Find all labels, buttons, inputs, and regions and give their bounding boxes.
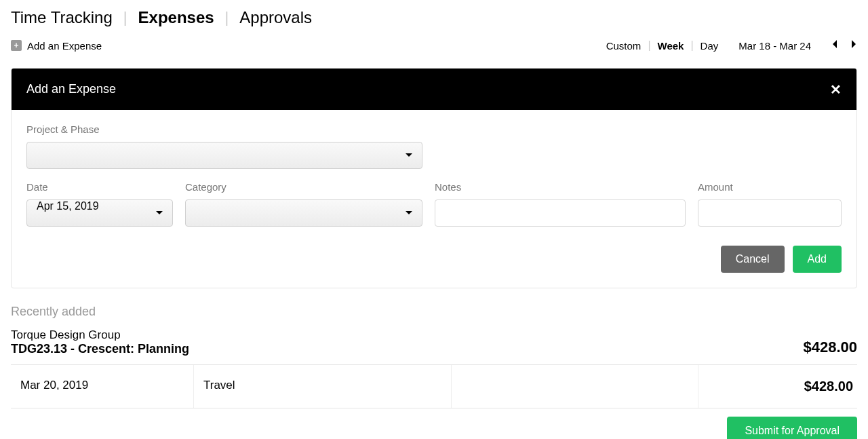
project-name: TDG23.13 - Crescent: Planning <box>11 342 189 356</box>
amount-label: Amount <box>698 181 842 193</box>
recent-group-header: Torque Design Group TDG23.13 - Crescent:… <box>11 328 857 365</box>
project-phase-label: Project & Phase <box>26 123 842 135</box>
nav-separator: | <box>123 9 127 26</box>
category-field: Category <box>185 181 422 227</box>
panel-header: Add an Expense ✕ <box>12 69 856 110</box>
amount-field: Amount <box>698 181 842 227</box>
submit-for-approval-button[interactable]: Submit for Approval <box>727 417 857 439</box>
add-expense-panel: Add an Expense ✕ Project & Phase Date Ap… <box>11 68 857 288</box>
row-category: Travel <box>194 365 452 408</box>
submit-row: Submit for Approval <box>11 417 857 439</box>
toolbar-right: Custom | Week | Day Mar 18 - Mar 24 <box>606 39 857 52</box>
next-arrow-icon[interactable] <box>850 39 857 52</box>
panel-actions: Cancel Add <box>26 246 842 273</box>
row-amount: $428.00 <box>698 365 857 408</box>
nav-separator: | <box>225 9 229 26</box>
close-icon[interactable]: ✕ <box>830 83 842 96</box>
date-field: Date Apr 15, 2019 <box>26 181 173 227</box>
project-phase-field: Project & Phase <box>26 123 842 169</box>
category-label: Category <box>185 181 422 193</box>
view-day[interactable]: Day <box>701 40 719 52</box>
table-row[interactable]: Mar 20, 2019 Travel $428.00 <box>11 365 857 408</box>
group-total: $428.00 <box>803 339 857 356</box>
row-spacer <box>452 365 698 408</box>
view-week[interactable]: Week <box>658 40 684 52</box>
amount-input[interactable] <box>698 199 842 227</box>
date-label: Date <box>26 181 173 193</box>
nav-approvals[interactable]: Approvals <box>239 8 312 27</box>
recent-section: Recently added Torque Design Group TDG23… <box>11 305 857 439</box>
project-phase-select[interactable] <box>26 142 422 169</box>
toolbar: + Add an Expense Custom | Week | Day Mar… <box>11 39 857 52</box>
add-expense-label: Add an Expense <box>27 40 102 52</box>
notes-input[interactable] <box>435 199 686 227</box>
notes-label: Notes <box>435 181 686 193</box>
nav-time-tracking[interactable]: Time Tracking <box>11 8 113 27</box>
view-custom[interactable]: Custom <box>606 40 642 52</box>
view-separator: | <box>648 39 650 52</box>
recent-group-info: Torque Design Group TDG23.13 - Crescent:… <box>11 328 189 356</box>
category-select[interactable] <box>185 199 422 227</box>
add-expense-button[interactable]: + Add an Expense <box>11 40 102 52</box>
module-nav: Time Tracking | Expenses | Approvals <box>11 8 857 27</box>
client-name: Torque Design Group <box>11 328 189 342</box>
date-select[interactable]: Apr 15, 2019 <box>26 199 173 227</box>
panel-title: Add an Expense <box>26 82 116 96</box>
notes-field: Notes <box>435 181 686 227</box>
details-row: Date Apr 15, 2019 Category No <box>26 181 842 227</box>
prev-arrow-icon[interactable] <box>831 39 838 52</box>
date-range[interactable]: Mar 18 - Mar 24 <box>738 40 811 52</box>
nav-expenses[interactable]: Expenses <box>138 8 214 27</box>
plus-icon: + <box>11 40 22 51</box>
cancel-button[interactable]: Cancel <box>721 246 785 273</box>
date-nav <box>831 39 857 52</box>
panel-body: Project & Phase Date Apr 15, 2019 Cat <box>12 110 856 288</box>
row-date: Mar 20, 2019 <box>11 365 194 408</box>
view-separator: | <box>690 39 693 52</box>
recent-heading: Recently added <box>11 305 857 319</box>
view-switcher: Custom | Week | Day <box>606 39 719 52</box>
add-button[interactable]: Add <box>793 246 842 273</box>
